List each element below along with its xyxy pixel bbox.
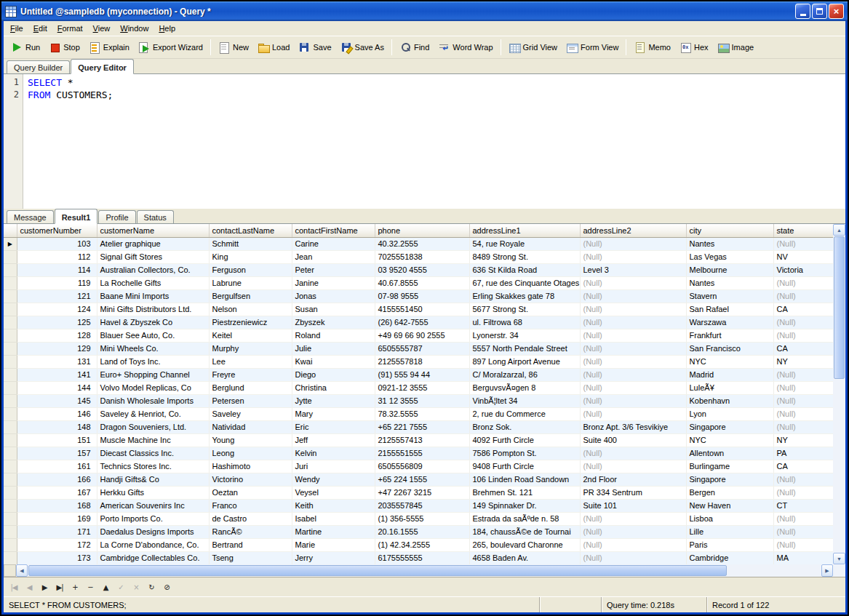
cell-addressLine2[interactable]: Suite 101 (580, 499, 686, 512)
horizontal-scroll-thumb[interactable] (28, 565, 727, 576)
cell-city[interactable]: Stavern (686, 289, 773, 303)
row-selector[interactable] (4, 303, 17, 316)
cell-contactFirstName[interactable]: Juri (292, 460, 375, 473)
cell-addressLine2[interactable]: (Null) (580, 525, 686, 538)
cell-addressLine2[interactable]: 2nd Floor (580, 473, 686, 486)
cell-city[interactable]: Frankfurt (686, 329, 773, 342)
cell-contactLastName[interactable]: Young (209, 433, 292, 447)
cell-addressLine1[interactable]: 5557 North Pendale Street (469, 342, 580, 355)
cell-contactFirstName[interactable]: Carine (292, 237, 375, 250)
cell-state[interactable]: (Null) (773, 237, 833, 250)
column-header-city[interactable]: city (686, 224, 773, 237)
cell-state[interactable]: (Null) (773, 512, 833, 525)
cell-state[interactable]: (Null) (773, 525, 833, 538)
cell-state[interactable]: (Null) (773, 538, 833, 551)
cell-phone[interactable]: 7025551838 (375, 250, 469, 263)
cell-customerName[interactable]: Volvo Model Replicas, Co (97, 381, 209, 394)
cell-addressLine2[interactable]: PR 334 Sentrum (580, 486, 686, 499)
close-button[interactable]: × (829, 4, 844, 19)
run-button[interactable]: Run (7, 39, 44, 56)
cell-customerName[interactable]: La Rochelle Gifts (97, 276, 209, 289)
cell-phone[interactable]: 31 12 3555 (375, 394, 469, 407)
cell-contactLastName[interactable]: Hashimoto (209, 460, 292, 473)
cell-customerName[interactable]: Havel & Zbyszek Co (97, 316, 209, 329)
cell-customerNumber[interactable]: 168 (17, 499, 97, 512)
cell-phone[interactable]: 40.32.2555 (375, 237, 469, 250)
refresh-button[interactable]: ↻ (145, 580, 158, 594)
cell-addressLine2[interactable]: (Null) (580, 551, 686, 564)
cell-contactLastName[interactable]: RancÃ© (209, 525, 292, 538)
cell-phone[interactable]: 20.16.1555 (375, 525, 469, 538)
cell-customerName[interactable]: Herkku Gifts (97, 486, 209, 499)
cell-addressLine1[interactable]: 9408 Furth Circle (469, 460, 580, 473)
cell-addressLine1[interactable]: 4658 Baden Av. (469, 551, 580, 564)
minimize-button[interactable] (795, 4, 810, 19)
first-record-button[interactable]: |◀ (7, 580, 20, 594)
cell-customerNumber[interactable]: 173 (17, 551, 97, 564)
cell-addressLine2[interactable]: Level 3 (580, 263, 686, 276)
menu-item-format[interactable]: Format (52, 22, 88, 35)
cell-city[interactable]: Paris (686, 538, 773, 551)
tab-query-builder[interactable]: Query Builder (7, 60, 70, 73)
cell-contactFirstName[interactable]: Mary (292, 407, 375, 420)
cell-customerNumber[interactable]: 171 (17, 525, 97, 538)
cell-customerName[interactable]: Blauer See Auto, Co. (97, 329, 209, 342)
cell-state[interactable]: (Null) (773, 329, 833, 342)
cell-city[interactable]: LuleÃ¥ (686, 381, 773, 394)
cell-customerName[interactable]: Mini Gifts Distributors Ltd. (97, 303, 209, 316)
cell-phone[interactable]: (1) 42.34.2555 (375, 538, 469, 551)
cell-customerName[interactable]: Muscle Machine Inc (97, 433, 209, 447)
cell-state[interactable]: MA (773, 551, 833, 564)
cell-contactFirstName[interactable]: Christina (292, 381, 375, 394)
cell-phone[interactable]: 07-98 9555 (375, 289, 469, 303)
tab-message[interactable]: Message (7, 210, 54, 223)
cell-customerNumber[interactable]: 112 (17, 250, 97, 263)
menu-item-edit[interactable]: Edit (28, 22, 52, 35)
cell-contactLastName[interactable]: Nelson (209, 303, 292, 316)
last-record-button[interactable]: ▶| (53, 580, 66, 594)
save-as-button[interactable]: Save As (336, 39, 388, 56)
cell-contactFirstName[interactable]: Jeff (292, 433, 375, 447)
cell-customerNumber[interactable]: 151 (17, 433, 97, 447)
row-selector[interactable] (4, 420, 17, 433)
cell-addressLine1[interactable]: Estrada da saÃºde n. 58 (469, 512, 580, 525)
cell-phone[interactable]: +47 2267 3215 (375, 486, 469, 499)
menu-item-view[interactable]: View (88, 22, 116, 35)
cell-contactLastName[interactable]: Saveley (209, 407, 292, 420)
cell-contactFirstName[interactable]: Jean (292, 250, 375, 263)
cell-state[interactable]: (Null) (773, 289, 833, 303)
cancel-edit-button[interactable]: × (129, 580, 143, 594)
column-header-contactFirstName[interactable]: contactFirstName (292, 224, 375, 237)
cell-addressLine2[interactable]: (Null) (580, 342, 686, 355)
row-selector[interactable] (4, 447, 17, 460)
cell-contactLastName[interactable]: Oeztan (209, 486, 292, 499)
tab-status[interactable]: Status (137, 210, 174, 223)
cell-state[interactable]: CT (773, 499, 833, 512)
cell-customerNumber[interactable]: 121 (17, 289, 97, 303)
cell-customerNumber[interactable]: 128 (17, 329, 97, 342)
cell-contactFirstName[interactable]: Jonas (292, 289, 375, 303)
cell-customerNumber[interactable]: 145 (17, 394, 97, 407)
cell-customerNumber[interactable]: 144 (17, 381, 97, 394)
cell-contactFirstName[interactable]: Peter (292, 263, 375, 276)
cell-contactFirstName[interactable]: Veysel (292, 486, 375, 499)
image-button[interactable]: Image (713, 39, 759, 56)
cell-phone[interactable]: 2125557818 (375, 355, 469, 368)
cell-city[interactable]: Singapore (686, 473, 773, 486)
cell-contactFirstName[interactable]: Kwai (292, 355, 375, 368)
cell-addressLine2[interactable]: (Null) (580, 394, 686, 407)
cell-contactFirstName[interactable]: Isabel (292, 512, 375, 525)
cell-addressLine1[interactable]: 5677 Strong St. (469, 303, 580, 316)
row-selector[interactable] (4, 486, 17, 499)
cell-city[interactable]: Burlingame (686, 460, 773, 473)
cell-state[interactable]: (Null) (773, 407, 833, 420)
row-selector[interactable] (4, 276, 17, 289)
cell-city[interactable]: Lille (686, 525, 773, 538)
cell-addressLine1[interactable]: 149 Spinnaker Dr. (469, 499, 580, 512)
cell-city[interactable]: Nantes (686, 276, 773, 289)
cell-customerName[interactable]: Daedalus Designs Imports (97, 525, 209, 538)
cell-city[interactable]: Cambridge (686, 551, 773, 564)
row-selector[interactable] (4, 329, 17, 342)
row-selector[interactable] (4, 433, 17, 447)
column-header-addressLine2[interactable]: addressLine2 (580, 224, 686, 237)
